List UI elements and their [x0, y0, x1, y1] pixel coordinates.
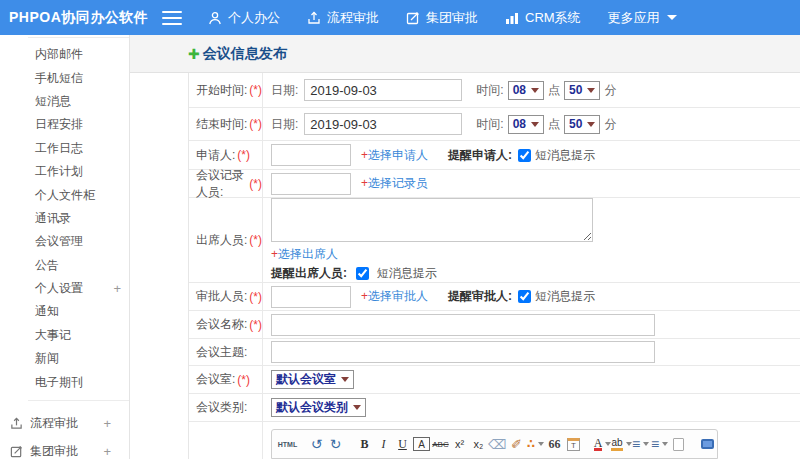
- nav-label: CRM系统: [525, 9, 581, 27]
- new-page-icon: [673, 438, 684, 451]
- workflow-icon: [307, 11, 321, 25]
- caret-down-icon: [538, 442, 544, 446]
- font-box-icon[interactable]: A: [413, 437, 430, 451]
- meeting-name-input[interactable]: [271, 314, 655, 336]
- choose-applicant-link[interactable]: +选择申请人: [361, 147, 428, 164]
- choose-attendees-link[interactable]: +选择出席人: [271, 246, 338, 263]
- sidebar-section-group-approval[interactable]: 集团审批 +: [0, 438, 129, 459]
- attendees-remind-line: 提醒出席人员: 短消息提示: [271, 265, 437, 282]
- sidebar-item-announcement[interactable]: 公告: [28, 254, 129, 277]
- end-date-input[interactable]: [304, 113, 462, 135]
- expand-plus-icon[interactable]: +: [103, 444, 111, 459]
- sidebar-item-notice[interactable]: 通知: [28, 300, 129, 323]
- end-minute-select[interactable]: 50: [564, 115, 600, 134]
- row-attendees: 出席人员:(*) +选择出席人 提醒出席人员: 短消息提示: [189, 198, 800, 283]
- eraser-icon[interactable]: ⌫: [489, 435, 506, 453]
- caret-down-icon: [662, 442, 668, 446]
- sidebar-item-label: 大事记: [35, 327, 71, 344]
- nav-crm-system[interactable]: CRM系统: [505, 9, 581, 27]
- approver-sms-checkbox[interactable]: [518, 290, 531, 303]
- expand-plus-icon[interactable]: +: [103, 416, 111, 431]
- attendees-sms-checkbox[interactable]: [356, 267, 369, 280]
- ordered-list-dropdown[interactable]: ≡: [632, 435, 649, 453]
- italic-icon[interactable]: I: [375, 435, 392, 453]
- nav-personal-office[interactable]: 个人办公: [208, 9, 280, 27]
- nav-label: 个人办公: [228, 9, 280, 27]
- underline-icon[interactable]: U: [394, 435, 411, 453]
- start-hour-select[interactable]: 08: [508, 81, 544, 100]
- font-color-dropdown[interactable]: A: [594, 435, 611, 453]
- hamburger-menu-icon[interactable]: [162, 11, 182, 25]
- applicant-input[interactable]: [271, 144, 351, 166]
- nav-group-approval[interactable]: 集团审批: [406, 9, 478, 27]
- field-label: 会议记录人员:(*): [189, 170, 263, 197]
- sidebar-item-internal-mail[interactable]: 内部邮件: [28, 43, 129, 66]
- choose-approver-link[interactable]: +选择审批人: [361, 288, 428, 305]
- sidebar-item-mobile-sms[interactable]: 手机短信: [28, 66, 129, 89]
- choose-recorder-link[interactable]: +选择记录员: [361, 175, 428, 192]
- edit-square-icon: [406, 11, 420, 25]
- sidebar-item-personal-settings[interactable]: 个人设置+: [28, 277, 129, 300]
- sidebar-personal-submenu: 内部邮件 手机短信 短消息 日程安排 工作日志 工作计划 个人文件柜 通讯录 会…: [28, 37, 129, 401]
- required-mark: (*): [249, 117, 262, 131]
- sidebar-item-work-plan[interactable]: 工作计划: [28, 160, 129, 183]
- new-page-button[interactable]: [670, 435, 687, 453]
- unordered-list-dropdown[interactable]: ≡: [651, 435, 668, 453]
- brush-icon[interactable]: ✐: [508, 435, 525, 453]
- caret-down-icon: [605, 442, 611, 446]
- nav-label: 流程审批: [327, 9, 379, 27]
- sidebar-item-personal-files[interactable]: 个人文件柜: [28, 183, 129, 206]
- edit-square-icon: [10, 445, 23, 458]
- sidebar-item-work-log[interactable]: 工作日志: [28, 137, 129, 160]
- link-plus: +: [361, 176, 368, 190]
- sidebar-section-workflow-approval[interactable]: 流程审批 +: [0, 410, 129, 437]
- paste-table-icon[interactable]: T: [567, 438, 580, 451]
- editor-toolbar: HTML ↺ ↻ B I U A ABC x² x₂ ⌫: [272, 430, 717, 458]
- sidebar-item-ejournal[interactable]: 电子期刊: [28, 370, 129, 393]
- sidebar-item-label: 工作计划: [35, 163, 83, 180]
- sidebar-item-label: 日程安排: [35, 116, 83, 133]
- sidebar-item-milestones[interactable]: 大事记: [28, 324, 129, 347]
- nav-workflow-approval[interactable]: 流程审批: [307, 9, 379, 27]
- ordered-list-icon: ≡: [632, 436, 640, 452]
- meeting-topic-input[interactable]: [271, 341, 655, 363]
- sidebar-item-schedule[interactable]: 日程安排: [28, 113, 129, 136]
- sidebar-item-contacts[interactable]: 通讯录: [28, 207, 129, 230]
- nav-more-apps[interactable]: 更多应用: [608, 9, 677, 27]
- sidebar-item-meeting-management[interactable]: 会议管理: [28, 230, 129, 253]
- strikethrough-icon[interactable]: ABC: [432, 435, 449, 453]
- fullscreen-button[interactable]: [699, 435, 716, 453]
- select-caret-icon: [587, 88, 595, 93]
- undo-icon[interactable]: ↺: [308, 435, 325, 453]
- row-end-time: 结束时间:(*) 日期: 时间: 08 点 50 分: [189, 108, 800, 141]
- link-plus: +: [271, 247, 278, 261]
- sidebar-item-news[interactable]: 新闻: [28, 347, 129, 370]
- meeting-room-select[interactable]: 默认会议室: [271, 370, 354, 389]
- html-source-icon[interactable]: HTML: [279, 435, 296, 453]
- recorder-input[interactable]: [271, 173, 351, 195]
- time-label: 时间:: [476, 116, 503, 133]
- approver-input[interactable]: [271, 286, 351, 308]
- redo-icon[interactable]: ↻: [327, 435, 344, 453]
- format-painter-dropdown[interactable]: ∴: [527, 435, 544, 453]
- superscript-icon[interactable]: x²: [451, 435, 468, 453]
- expand-plus-icon[interactable]: +: [113, 281, 121, 296]
- start-minute-select[interactable]: 50: [564, 81, 600, 100]
- blockquote-icon[interactable]: 66: [546, 435, 563, 453]
- meeting-category-select[interactable]: 默认会议类别: [271, 398, 366, 417]
- sidebar-item-short-message[interactable]: 短消息: [28, 90, 129, 113]
- applicant-sms-checkbox[interactable]: [518, 149, 531, 162]
- remind-attendees-label: 提醒出席人员:: [271, 266, 347, 280]
- add-plus-icon: ✚: [188, 46, 200, 62]
- field-label: 会议类别:: [189, 394, 263, 421]
- highlight-dropdown[interactable]: ab: [613, 435, 630, 453]
- bold-icon[interactable]: B: [356, 435, 373, 453]
- attendees-textarea[interactable]: [271, 198, 593, 242]
- remind-approver-label: 提醒审批人:: [448, 288, 512, 305]
- hour-unit: 点: [548, 82, 560, 99]
- end-hour-select[interactable]: 08: [508, 115, 544, 134]
- subscript-icon[interactable]: x₂: [470, 435, 487, 453]
- row-approver: 审批人员:(*) +选择审批人 提醒审批人: 短消息提示: [189, 283, 800, 311]
- main-content: ✚ 会议信息发布 开始时间:(*) 日期: 时间: 08 点 50 分 结束时间…: [130, 35, 800, 459]
- start-date-input[interactable]: [304, 79, 462, 101]
